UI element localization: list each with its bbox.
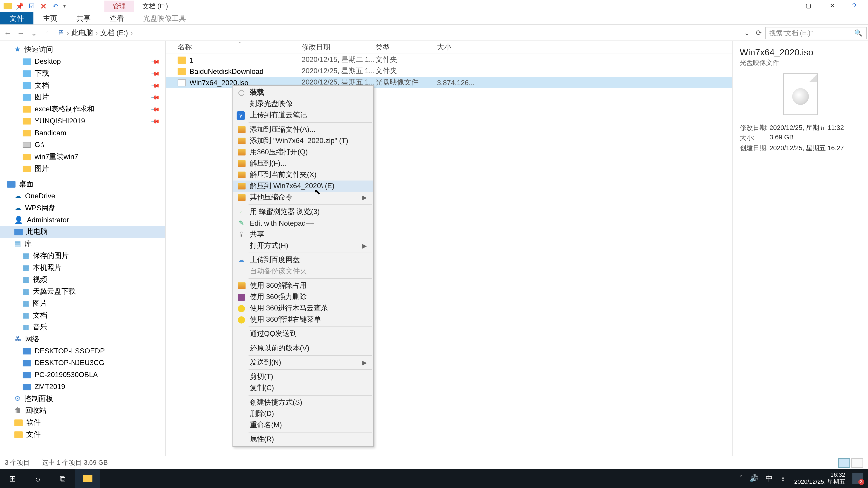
volume-icon[interactable]: 🔊 [749,474,758,483]
tree-item[interactable]: ▦保存的图片 [0,250,165,262]
tab-home[interactable]: 主页 [33,12,67,24]
cmenu-burn[interactable]: 刻录光盘映像 [233,98,373,109]
tree-item[interactable]: 图片 [0,163,165,175]
cmenu-youdao[interactable]: y上传到有道云笔记 [233,109,373,121]
tree-item[interactable]: ▦文档 [0,309,165,321]
tree-item[interactable]: Bandicam [0,127,165,139]
tree-item[interactable]: 下载📌 [0,67,165,79]
file-row[interactable]: BaiduNetdiskDownload 2020/12/25, 星期五 1..… [166,66,732,77]
cmenu-send-to[interactable]: 发送到(N)▶ [233,357,373,368]
file-explorer-taskbar[interactable] [75,469,100,488]
cmenu-open-with[interactable]: 打开方式(H)▶ [233,240,373,252]
minimize-button[interactable]: — [773,0,796,12]
qat-delete-icon[interactable]: ✕ [39,2,48,10]
tree-quick-access[interactable]: ★快速访问 [0,43,165,56]
cmenu-extract-to[interactable]: 解压到(F)... [233,158,373,169]
help-button[interactable]: ? [844,0,868,12]
cmenu-honey[interactable]: ◦用 蜂蜜浏览器 浏览(3) [233,206,373,217]
tree-item[interactable]: 文档📌 [0,79,165,91]
navigation-tree[interactable]: ★快速访问 Desktop📌 下载📌 文档📌 图片📌 excel表格制作求和📌 … [0,41,166,456]
tree-item[interactable]: ▦视频 [0,273,165,285]
tree-item[interactable]: DESKTOP-LSSOEDP [0,345,165,357]
cmenu-mount[interactable]: 装载 [233,87,373,98]
cmenu-shortcut[interactable]: 创建快捷方式(S) [233,397,373,408]
tree-item[interactable]: DESKTOP-NJEU3CG [0,357,165,369]
contextual-tab-manage[interactable]: 管理 [104,0,134,11]
tree-item[interactable]: ▦图片 [0,297,165,309]
cmenu-baidu[interactable]: ☁上传到百度网盘 [233,254,373,266]
cmenu-360-menu[interactable]: 使用 360管理右键菜单 [233,314,373,325]
qat-check-icon[interactable]: ☑ [27,2,36,10]
tree-item[interactable]: 文件 [0,428,165,440]
cmenu-properties[interactable]: 属性(R) [233,434,373,445]
tree-item[interactable]: ▦天翼云盘下载 [0,285,165,297]
column-headers[interactable]: 名称⌃ 修改日期 类型 大小 [166,41,732,54]
col-date[interactable]: 修改日期 [302,42,375,53]
nav-forward-button[interactable]: → [14,28,27,37]
close-button[interactable]: ✕ [820,0,844,12]
tree-network[interactable]: 🖧网络 [0,333,165,345]
tree-item[interactable]: 图片📌 [0,91,165,103]
tab-view[interactable]: 查看 [100,12,133,24]
tree-thispc[interactable]: 此电脑 [0,226,165,238]
cmenu-rename[interactable]: 重命名(M) [233,419,373,431]
file-list[interactable]: 名称⌃ 修改日期 类型 大小 1 2020/12/15, 星期二 1... 文件… [166,41,732,456]
start-button[interactable]: ⊞ [0,469,25,488]
cmenu-extract-folder[interactable]: 解压到 Win7x64_2020\ (E) [233,181,373,192]
task-view-button[interactable]: ⧉ [50,469,75,488]
maximize-button[interactable]: ▢ [796,0,820,12]
breadcrumb[interactable]: 🖥 › 此电脑 › 文档 (E:) › [54,28,740,38]
tree-onedrive[interactable]: ☁OneDrive [0,190,165,202]
tab-disc-tools[interactable]: 光盘映像工具 [133,12,195,24]
cmenu-cut[interactable]: 剪切(T) [233,371,373,383]
file-row[interactable]: 1 2020/12/15, 星期二 1... 文件夹 [166,54,732,66]
cmenu-add-zip[interactable]: 添加到 "Win7x64_2020.zip" (T) [233,135,373,147]
breadcrumb-drive[interactable]: 文档 (E:) [100,28,128,38]
tree-user[interactable]: 👤Administrator [0,214,165,226]
tree-recycle[interactable]: 🗑回收站 [0,404,165,417]
tree-desktop[interactable]: 桌面 [0,178,165,190]
tree-item[interactable]: 软件 [0,416,165,428]
qat-pin-icon[interactable]: 📌 [16,2,24,10]
taskbar-clock[interactable]: 16:32 2020/12/25, 星期五 [794,471,845,486]
breadcrumb-thispc[interactable]: 此电脑 [71,28,93,38]
search-input[interactable]: 搜索"文档 (E:)" 🔍 [765,26,867,39]
cmenu-other-zip[interactable]: 其他压缩命令▶ [233,192,373,203]
nav-recent-caret[interactable]: ⌄ [27,28,40,37]
qat-more-icon[interactable]: ▾ [63,3,66,9]
cmenu-share[interactable]: ⇪共享 [233,229,373,240]
view-details-button[interactable] [838,458,850,467]
refresh-button[interactable]: ⟳ [756,29,762,37]
tree-libraries[interactable]: ▤库 [0,238,165,250]
col-type[interactable]: 类型 [375,42,437,53]
qat-undo-icon[interactable]: ↶ [51,2,60,10]
cmenu-add-archive[interactable]: 添加到压缩文件(A)... [233,124,373,135]
view-icons-button[interactable] [851,458,863,467]
col-name[interactable]: 名称⌃ [166,42,302,53]
tree-item[interactable]: PC-20190530OBLA [0,369,165,381]
cmenu-extract-here[interactable]: 解压到当前文件夹(X) [233,169,373,181]
tree-control-panel[interactable]: ⚙控制面板 [0,393,165,404]
nav-back-button[interactable]: ← [1,28,14,37]
cmenu-360-delete[interactable]: 使用 360强力删除 [233,291,373,302]
col-size[interactable]: 大小 [437,42,476,53]
tray-chevron-icon[interactable]: ˆ [740,474,743,483]
tree-item[interactable]: ZMT2019 [0,381,165,393]
cmenu-qq-send[interactable]: 通过QQ发送到 [233,328,373,339]
address-caret-icon[interactable]: ⌄ [744,29,750,37]
tab-share[interactable]: 共享 [67,12,100,24]
cmenu-restore[interactable]: 还原以前的版本(V) [233,343,373,354]
tree-item[interactable]: excel表格制作求和📌 [0,103,165,115]
ime-icon[interactable]: 中 [766,473,773,484]
cmenu-360-unlock[interactable]: 使用 360解除占用 [233,280,373,291]
nav-up-button[interactable]: ↑ [40,29,54,37]
cmenu-360-scan[interactable]: 使用 360进行木马云查杀 [233,303,373,314]
cmenu-copy[interactable]: 复制(C) [233,383,373,394]
tree-item[interactable]: ▦音乐 [0,321,165,333]
cmenu-open-360zip[interactable]: 用360压缩打开(Q) [233,147,373,158]
action-center-button[interactable]: 3 [852,473,863,484]
cmenu-delete[interactable]: 删除(D) [233,408,373,419]
tree-item[interactable]: win7重装win7 [0,151,165,163]
shield-icon[interactable]: ⛨ [780,474,787,483]
tree-wps[interactable]: ☁WPS网盘 [0,202,165,214]
